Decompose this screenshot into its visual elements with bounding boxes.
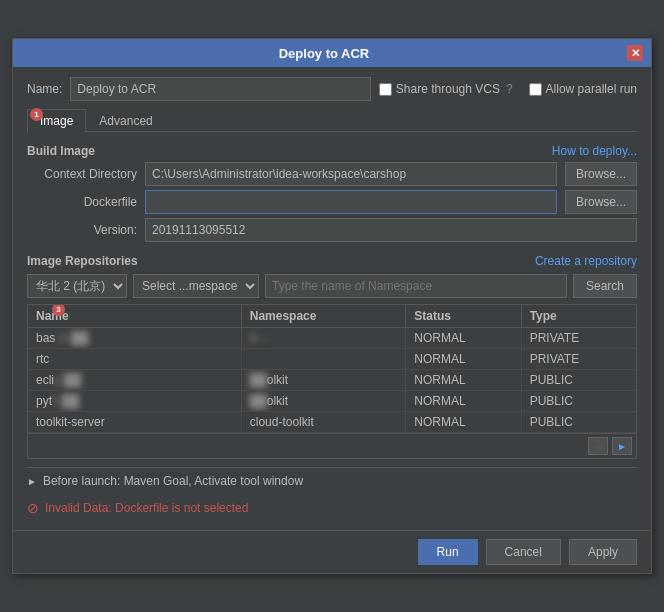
checkboxes: Share through VCS ? Allow parallel run: [379, 82, 637, 96]
build-image-section: Build Image How to deploy... Context Dir…: [27, 144, 637, 246]
th-status: Status: [406, 305, 521, 327]
search-button[interactable]: Search: [573, 274, 637, 298]
version-label: Version:: [27, 223, 137, 237]
th-namespace: Namespace: [242, 305, 407, 327]
table-body: bas in ██ d--- NORMAL PRIVATE rtc NORMAL…: [28, 328, 636, 433]
before-launch-section: ► Before launch: Maven Goal, Activate to…: [27, 467, 637, 488]
repo-header: Image Repositories Create a repository: [27, 254, 637, 268]
table-row[interactable]: toolkit-server cloud-toolkit NORMAL PUBL…: [28, 412, 636, 433]
next-page-button[interactable]: ►: [612, 437, 632, 455]
run-button[interactable]: Run: [418, 539, 478, 565]
td-namespace: [242, 349, 407, 369]
version-row: Version:: [27, 218, 637, 242]
td-type: PRIVATE: [522, 328, 636, 348]
error-message: Invalid Data: Dockerfile is not selected: [45, 501, 248, 515]
dockerfile-input[interactable]: [145, 190, 557, 214]
table-row[interactable]: rtc NORMAL PRIVATE: [28, 349, 636, 370]
nav-arrows: ◄ ►: [28, 433, 636, 458]
dockerfile-row: Dockerfile Browse...: [27, 190, 637, 214]
namespace-select[interactable]: Select ...mespace: [133, 274, 259, 298]
tabs-row: 1 Image Advanced: [27, 109, 637, 132]
repositories-table: 3 Name Namespace Status Type bas in ██ d…: [27, 304, 637, 459]
table-row[interactable]: pyth ██ ██olkit NORMAL PUBLIC: [28, 391, 636, 412]
td-type: PRIVATE: [522, 349, 636, 369]
create-repo-link[interactable]: Create a repository: [535, 254, 637, 268]
allow-parallel-label: Allow parallel run: [546, 82, 637, 96]
allow-parallel-checkbox-label[interactable]: Allow parallel run: [529, 82, 637, 96]
table-row[interactable]: eclip ██ ██olkit NORMAL PUBLIC: [28, 370, 636, 391]
image-tab-badge: 1: [30, 108, 43, 121]
before-launch-toggle[interactable]: ►: [27, 476, 37, 487]
prev-page-button[interactable]: ◄: [588, 437, 608, 455]
td-status: NORMAL: [406, 370, 521, 390]
build-image-header: Build Image How to deploy...: [27, 144, 637, 158]
name-input[interactable]: [70, 77, 371, 101]
context-dir-label: Context Directory: [27, 167, 137, 181]
tab-image-label: Image: [40, 114, 73, 128]
td-name: toolkit-server: [28, 412, 242, 432]
dialog-footer: Run Cancel Apply: [13, 530, 651, 573]
td-status: NORMAL: [406, 328, 521, 348]
td-namespace: cloud-toolkit: [242, 412, 407, 432]
title-bar: Deploy to ACR ✕: [13, 39, 651, 67]
share-vcs-label: Share through VCS: [396, 82, 500, 96]
td-namespace: ██olkit: [242, 370, 407, 390]
how-to-deploy-link[interactable]: How to deploy...: [552, 144, 637, 158]
error-row: ⊘ Invalid Data: Dockerfile is not select…: [27, 496, 637, 520]
table-header: 3 Name Namespace Status Type: [28, 305, 636, 328]
name-row: Name: Share through VCS ? Allow parallel…: [27, 77, 637, 101]
version-input[interactable]: [145, 218, 637, 242]
td-type: PUBLIC: [522, 412, 636, 432]
tab-advanced[interactable]: Advanced: [86, 109, 165, 132]
dialog-title: Deploy to ACR: [21, 46, 627, 61]
share-vcs-checkbox-label[interactable]: Share through VCS ?: [379, 82, 513, 96]
context-dir-row: Context Directory Browse...: [27, 162, 637, 186]
td-namespace: d---: [242, 328, 407, 348]
error-icon: ⊘: [27, 500, 39, 516]
apply-button[interactable]: Apply: [569, 539, 637, 565]
deploy-to-acr-dialog: Deploy to ACR ✕ Name: Share through VCS …: [12, 38, 652, 574]
td-name: bas in ██: [28, 328, 242, 348]
allow-parallel-checkbox[interactable]: [529, 83, 542, 96]
td-status: NORMAL: [406, 391, 521, 411]
close-button[interactable]: ✕: [627, 45, 643, 61]
build-image-title: Build Image: [27, 144, 95, 158]
th-name: 3 Name: [28, 305, 242, 327]
repo-section-title: Image Repositories: [27, 254, 138, 268]
dockerfile-label: Dockerfile: [27, 195, 137, 209]
repo-controls: 华北 2 (北京) 华东 1 (杭州) 华南 1 (深圳) Select ...…: [27, 274, 637, 298]
question-icon: ?: [506, 82, 513, 96]
context-dir-input[interactable]: [145, 162, 557, 186]
td-status: NORMAL: [406, 412, 521, 432]
td-name: pyth ██: [28, 391, 242, 411]
blurred-name: in ██: [59, 331, 89, 345]
th-type: Type: [522, 305, 636, 327]
table-row[interactable]: bas in ██ d--- NORMAL PRIVATE: [28, 328, 636, 349]
td-type: PUBLIC: [522, 370, 636, 390]
context-dir-browse-button[interactable]: Browse...: [565, 162, 637, 186]
namespace-input[interactable]: [265, 274, 567, 298]
td-name: eclip ██: [28, 370, 242, 390]
td-type: PUBLIC: [522, 391, 636, 411]
td-namespace: ██olkit: [242, 391, 407, 411]
name-label: Name:: [27, 82, 62, 96]
repositories-section: Image Repositories Create a repository 华…: [27, 254, 637, 459]
share-vcs-checkbox[interactable]: [379, 83, 392, 96]
dockerfile-browse-button[interactable]: Browse...: [565, 190, 637, 214]
dialog-body: Name: Share through VCS ? Allow parallel…: [13, 67, 651, 530]
tab-image[interactable]: 1 Image: [27, 109, 86, 132]
region-select[interactable]: 华北 2 (北京) 华东 1 (杭州) 华南 1 (深圳): [27, 274, 127, 298]
cancel-button[interactable]: Cancel: [486, 539, 561, 565]
before-launch-label: Before launch: Maven Goal, Activate tool…: [43, 474, 303, 488]
td-status: NORMAL: [406, 349, 521, 369]
td-name: rtc: [28, 349, 242, 369]
tab-advanced-label: Advanced: [99, 114, 152, 128]
